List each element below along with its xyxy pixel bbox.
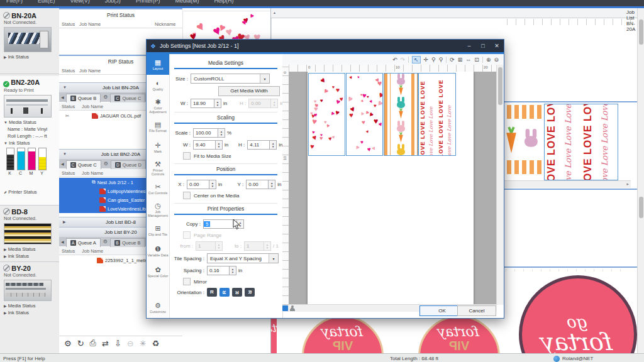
- stepper[interactable]: ▲▼: [216, 140, 223, 150]
- rail-item-layout[interactable]: ▦Layout: [147, 54, 169, 75]
- remove-icon[interactable]: ⊖: [127, 339, 134, 348]
- menu-help[interactable]: Help(H): [214, 0, 233, 4]
- view-mode-icon[interactable]: [282, 305, 288, 311]
- settings-icon[interactable]: ⚙: [64, 339, 72, 348]
- printer-bn20a[interactable]: BN-20A Not Connected. ▶ Ink Status: [0, 11, 59, 60]
- tab-queue-a[interactable]: AQueue A: [66, 238, 101, 247]
- tab-queue-b[interactable]: BQueue B: [110, 238, 145, 247]
- scrollbar-thumb[interactable]: [639, 197, 643, 218]
- fit-to-media-checkbox[interactable]: [183, 152, 191, 160]
- queue-settings-icon[interactable]: ⚙: [103, 94, 108, 100]
- media-status-toggle[interactable]: ▼ Media Status: [4, 119, 59, 125]
- stepper[interactable]: ▲▼: [209, 180, 216, 189]
- stepper[interactable]: ▲▼: [269, 180, 275, 189]
- zoom-in-icon[interactable]: ⚲: [431, 57, 436, 63]
- rail-item-printer-controls[interactable]: ⚒Printer Controls: [147, 158, 169, 178]
- network-status[interactable]: Roland@NET: [562, 356, 593, 361]
- import-icon[interactable]: ⇩: [114, 339, 121, 348]
- scale-width-field[interactable]: 9.40: [193, 140, 216, 150]
- queue-settings-icon[interactable]: ⚙: [104, 161, 108, 167]
- dialog-title-bar[interactable]: ❖ Job Settings [Nest Job 2/12 - 1] – □ ✕: [147, 40, 504, 52]
- printer-bd8[interactable]: BD-8 Not Connected. ▶ Media Status ▶ Ink…: [0, 207, 59, 259]
- network-icon[interactable]: ⇄: [102, 339, 109, 348]
- get-media-width-button[interactable]: Get Media Width: [218, 86, 280, 96]
- rotate-icon[interactable]: ⟳: [450, 57, 455, 63]
- center-on-media-checkbox[interactable]: [183, 192, 191, 199]
- zoom-minus-icon[interactable]: ⊖: [494, 57, 499, 63]
- zoom-out-icon[interactable]: ⚲: [439, 57, 443, 63]
- rail-item-file-format[interactable]: ▤File Format: [147, 116, 169, 137]
- menu-edit[interactable]: Edit(E): [38, 0, 55, 4]
- orientation-90-button[interactable]: R: [219, 288, 230, 297]
- fit-screen-icon[interactable]: ⊡: [474, 57, 479, 63]
- tab-queue-d[interactable]: DQueue D: [111, 160, 146, 169]
- tile-spacing-select[interactable]: Equal X and Y Spacing ▾: [207, 253, 279, 263]
- vertical-scrollbar[interactable]: [637, 8, 644, 353]
- queue-settings-icon[interactable]: ⚙: [103, 239, 108, 244]
- preview-canvas[interactable]: ♥♥♥♥♥♥♥♥♥♥♥♥♥♥♥♥♥♥♥♥♥♥♥♥♥♥ ♥♥♥♥♥♥♥♥♥♥♥♥♥…: [289, 72, 497, 305]
- stepper[interactable]: ▲▼: [218, 128, 225, 138]
- rail-item-variable-data[interactable]: ❶Variable Data: [147, 241, 169, 261]
- stepper[interactable]: ▲▼: [230, 266, 236, 275]
- print-icon[interactable]: ⎙: [90, 338, 96, 348]
- media-width-field[interactable]: 18.90: [191, 99, 214, 108]
- tab-queue-b[interactable]: BQueue B: [66, 94, 101, 102]
- scale-height-field[interactable]: 4.11: [247, 140, 270, 150]
- nested-job-easter[interactable]: [384, 73, 418, 156]
- refresh-icon[interactable]: ↻: [77, 339, 84, 348]
- y-field[interactable]: 0.00: [246, 180, 269, 189]
- media-status-toggle[interactable]: ▶ Media Status: [4, 303, 59, 309]
- orientation-270-button[interactable]: R: [245, 288, 255, 297]
- mirror-checkbox[interactable]: [183, 278, 191, 285]
- undo-icon[interactable]: ↶: [392, 57, 397, 63]
- ink-status-toggle[interactable]: ▶ Ink Status: [4, 253, 59, 259]
- scroll-left-icon[interactable]: ◀: [61, 162, 64, 166]
- ink-status-toggle[interactable]: ▶ Ink Status: [4, 54, 59, 60]
- menu-view[interactable]: View(V): [70, 0, 90, 4]
- rail-item-cut-controls[interactable]: ✂Cut Controls: [147, 178, 169, 199]
- orientation-180-button[interactable]: R: [232, 288, 242, 297]
- nested-job-hearts-2[interactable]: ♥♥♥♥♥♥♥♥♥♥♥♥♥♥♥♥♥♥♥♥♥♥♥♥♥♥: [346, 73, 383, 156]
- menu-media[interactable]: Media(M): [175, 0, 199, 4]
- printer-status-link[interactable]: ⬈ Printer Status: [4, 189, 59, 195]
- tab-queue-c[interactable]: CQueue C: [66, 160, 101, 169]
- spacing-field[interactable]: 0.16: [207, 266, 230, 275]
- copy-field[interactable]: 5: [203, 219, 237, 229]
- menu-file[interactable]: File(F): [6, 0, 23, 4]
- tile-view-icon[interactable]: ⊞: [458, 57, 463, 63]
- maximize-button[interactable]: □: [476, 43, 490, 49]
- nested-job-hearts-1[interactable]: ♥♥♥♥♥♥♥♥♥♥♥♥♥♥♥♥♥♥♥♥♥♥♥♥♥♥: [308, 73, 345, 156]
- orientation-0-button[interactable]: R: [207, 288, 217, 297]
- rail-item-special-color[interactable]: ✿Special Color: [147, 261, 169, 282]
- rail-item-job-management[interactable]: ◷Job Management: [147, 199, 169, 220]
- close-button[interactable]: ✕: [490, 43, 504, 49]
- minimize-button[interactable]: –: [462, 43, 476, 49]
- printer-bn220a[interactable]: ✓ BN2-20A Ready to Print ▼ Media Status …: [0, 76, 59, 205]
- rail-item-color-adjustment[interactable]: ✱Color Adjustment: [147, 96, 169, 116]
- nested-job-love[interactable]: LOVE LOVE LOVE LOVE Love Love Love Love …: [418, 73, 456, 156]
- menu-job[interactable]: Job(J): [105, 0, 121, 4]
- ink-status-toggle[interactable]: ▼ Ink Status: [4, 140, 59, 146]
- menu-printer[interactable]: Printer(P): [136, 0, 160, 4]
- media-size-select[interactable]: CustomROLL ▾: [191, 74, 270, 84]
- x-field[interactable]: 0.00: [187, 180, 209, 189]
- cancel-button[interactable]: Cancel: [457, 305, 496, 316]
- scroll-left-icon[interactable]: ◀: [61, 95, 64, 99]
- fit-width-icon[interactable]: ⇔: [465, 57, 471, 63]
- trash-icon[interactable]: ♻: [152, 339, 160, 348]
- printer-by20[interactable]: BY-20 Not Connected. ▶ Media Status ▶ In…: [0, 263, 59, 315]
- tab-queue-c[interactable]: CQueue C: [110, 94, 145, 102]
- ink-status-toggle[interactable]: ▶ Ink Status: [4, 310, 59, 315]
- stepper[interactable]: ▲▼: [270, 140, 277, 150]
- scroll-left-icon[interactable]: ◀: [61, 239, 64, 244]
- rail-item-clip-and-tile[interactable]: ⊞Clip and Tile: [147, 220, 169, 241]
- pan-tool-icon[interactable]: ✛: [424, 57, 429, 63]
- preview-vscrollbar[interactable]: [496, 65, 504, 305]
- rail-item-quality[interactable]: ◐Quality: [147, 75, 169, 96]
- scrollbar-thumb[interactable]: [498, 67, 502, 105]
- rail-item-customize[interactable]: ⚙Customize: [147, 297, 169, 318]
- stepper[interactable]: ▲▼: [214, 99, 221, 108]
- zoom-plus-icon[interactable]: ⊕: [486, 57, 491, 63]
- scroll-right-icon[interactable]: ▸: [626, 182, 629, 187]
- media-status-toggle[interactable]: ▶ Media Status: [4, 246, 59, 252]
